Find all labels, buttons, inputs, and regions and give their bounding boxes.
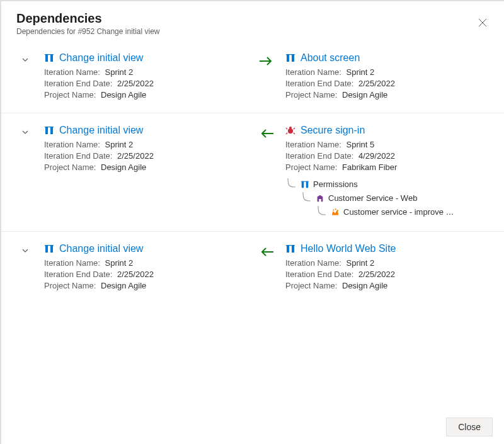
tree-item-label: Customer service - improve … [343,207,454,217]
tree-item: Permissions [285,178,489,190]
work-item-title-row: Hello World Web Site [285,243,489,254]
work-item-link[interactable]: Change initial view [59,243,143,254]
dialog-title: Dependencies [16,11,489,26]
iteration-name-label: Iteration Name: [44,258,100,268]
user-story-icon [285,53,295,63]
iteration-name-label: Iteration Name: [285,258,341,268]
close-button[interactable]: Close [446,418,493,436]
svg-rect-27 [45,245,54,246]
bug-icon [285,125,295,135]
successor-card: Secure sign-inIteration Name: Sprint 5It… [285,125,489,220]
dialog-footer: Close [1,410,504,444]
svg-line-15 [286,128,287,129]
iteration-name-field: Iteration Name: Sprint 2 [44,258,248,268]
project-name-field: Project Name: Design Agile [44,90,248,100]
iteration-end-value: 2/25/2022 [117,79,154,88]
iteration-name-value: Sprint 2 [105,140,134,149]
iteration-end-value: 2/25/2022 [358,270,395,279]
direction-arrow-left [248,243,285,258]
parent-tree: PermissionsCustomer Service - WebCustome… [285,178,489,217]
project-name-field: Project Name: Design Agile [44,162,248,172]
work-item-link[interactable]: Change initial view [59,125,143,136]
project-name-label: Project Name: [285,281,337,290]
work-item-title-row: About screen [285,52,489,64]
iteration-name-value: Sprint 2 [346,67,375,77]
iteration-name-field: Iteration Name: Sprint 2 [285,258,489,268]
svg-rect-7 [292,54,294,62]
iteration-end-label: Iteration End Date: [285,270,353,279]
row-expander[interactable] [6,243,44,254]
svg-rect-6 [287,54,289,62]
project-name-value: Design Agile [101,90,146,100]
svg-rect-10 [50,127,53,134]
project-name-value: Fabrikam Fiber [342,162,397,172]
project-name-value: Design Agile [342,281,387,290]
project-name-label: Project Name: [44,281,96,290]
user-story-icon [44,125,54,135]
iteration-end-field: Iteration End Date: 2/25/2022 [285,270,489,279]
svg-rect-11 [45,127,54,127]
svg-point-24 [337,210,338,211]
work-item-link[interactable]: Change initial view [59,52,143,64]
dependencies-dialog: Dependencies Dependencies for #952 Chang… [1,1,504,444]
iteration-end-value: 2/25/2022 [117,270,154,279]
svg-rect-29 [287,245,289,253]
iteration-end-label: Iteration End Date: [285,79,353,88]
svg-rect-3 [50,54,53,62]
direction-arrow-right [248,52,285,67]
row-expander[interactable] [6,125,44,136]
user-story-icon [301,179,309,188]
project-name-label: Project Name: [44,162,96,172]
project-name-field: Project Name: Fabrikam Fiber [285,162,489,172]
work-item-link[interactable]: Secure sign-in [301,125,365,136]
iteration-end-field: Iteration End Date: 2/25/2022 [44,151,248,161]
project-name-label: Project Name: [44,90,96,100]
work-item-link[interactable]: Hello World Web Site [301,243,396,254]
svg-point-13 [288,128,293,134]
svg-rect-20 [306,181,309,188]
svg-rect-8 [286,54,295,55]
svg-point-23 [335,208,336,210]
svg-rect-31 [286,245,295,246]
epic-icon [331,207,340,216]
iteration-end-label: Iteration End Date: [44,270,112,279]
project-name-value: Design Agile [101,162,146,172]
iteration-end-value: 2/25/2022 [358,79,395,88]
svg-rect-21 [301,181,309,182]
iteration-name-field: Iteration Name: Sprint 2 [44,140,248,149]
successor-card: Hello World Web SiteIteration Name: Spri… [285,243,489,292]
feature-icon [316,193,324,202]
iteration-name-label: Iteration Name: [44,140,100,149]
svg-line-16 [294,128,295,129]
tree-item: Customer service - improve … [285,206,489,217]
dialog-subtitle: Dependencies for #952 Change initial vie… [16,27,489,36]
svg-rect-25 [45,245,48,253]
svg-rect-19 [302,181,304,188]
tree-item-label: Permissions [313,179,358,189]
project-name-label: Project Name: [285,162,337,172]
work-item-link[interactable]: About screen [301,52,360,64]
svg-line-18 [294,133,295,134]
iteration-end-field: Iteration End Date: 4/29/2022 [285,151,489,161]
project-name-label: Project Name: [285,90,337,100]
svg-rect-30 [292,245,294,253]
project-name-value: Design Agile [101,281,146,290]
iteration-end-label: Iteration End Date: [44,151,112,161]
close-icon[interactable] [476,16,489,29]
successor-card: About screenIteration Name: Sprint 2Iter… [285,52,489,101]
tree-item-label: Customer Service - Web [328,193,417,203]
dependency-row: Change initial viewIteration Name: Sprin… [1,41,504,113]
iteration-name-field: Iteration Name: Sprint 5 [285,140,489,149]
row-expander[interactable] [6,52,44,64]
svg-line-17 [286,133,287,134]
project-name-field: Project Name: Design Agile [285,281,489,290]
direction-arrow-left [248,125,285,140]
dependency-list: Change initial viewIteration Name: Sprin… [1,41,504,410]
svg-rect-9 [45,127,48,134]
iteration-end-field: Iteration End Date: 2/25/2022 [285,79,489,88]
iteration-end-field: Iteration End Date: 2/25/2022 [44,270,248,279]
iteration-name-field: Iteration Name: Sprint 2 [44,67,248,77]
predecessor-card: Change initial viewIteration Name: Sprin… [44,125,248,174]
predecessor-card: Change initial viewIteration Name: Sprin… [44,52,248,101]
work-item-title-row: Change initial view [44,125,248,136]
